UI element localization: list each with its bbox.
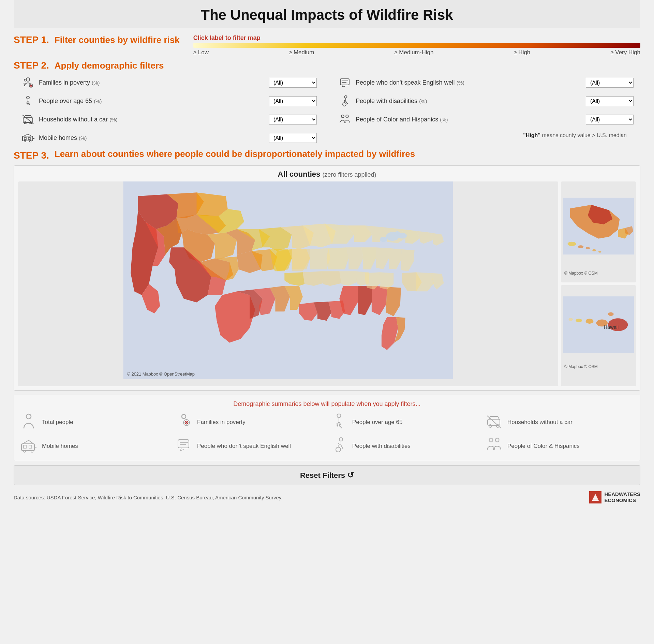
filter-disabilities: People with disabilities (%) (All)HighLo… [337, 93, 634, 108]
poc-summary-label: People of Color & Hispanics [507, 443, 580, 450]
us-map-svg: © 2021 Mapbox © OpenStreetMap [18, 181, 558, 379]
summary-non-english-icon [175, 437, 193, 455]
filter-low[interactable]: ≥ Low [193, 49, 209, 56]
total-people-label: Total people [42, 419, 73, 426]
age65-select[interactable]: (All)HighLow [269, 96, 317, 106]
svg-point-0 [26, 78, 30, 81]
svg-point-85 [495, 438, 499, 442]
svg-rect-74 [29, 445, 32, 448]
map-title: All counties (zero filters applied) [18, 170, 636, 179]
svg-point-82 [336, 447, 341, 452]
filter-medium-high[interactable]: ≥ Medium-High [394, 49, 433, 56]
step2-description: Apply demographic filters [55, 60, 164, 71]
demo-summary-message: Demographic summaries below will populat… [19, 400, 635, 408]
filter-mobile-homes: Mobile homes (%) (All)HighLow [20, 130, 317, 145]
filter-families-poverty: $ Families in poverty (%) (All)HighLow [20, 75, 317, 90]
step2-label: STEP 2. [14, 60, 49, 71]
summary-poc-icon [485, 437, 503, 455]
mobile-homes-label: Mobile homes (%) [39, 134, 266, 142]
svg-line-67 [340, 426, 342, 428]
svg-point-49 [586, 319, 594, 324]
hawaii-credit: © Mapbox © OSM [563, 364, 634, 370]
svg-line-12 [27, 103, 28, 105]
summary-mobile-homes-icon [19, 437, 38, 455]
svg-rect-21 [24, 137, 26, 140]
non-english-icon [337, 75, 352, 90]
summary-non-english: People who don’t speak English well [175, 437, 324, 455]
summary-mobile-homes: Mobile homes [19, 437, 169, 455]
summary-families-poverty-icon [175, 413, 193, 431]
svg-point-55 [182, 414, 186, 419]
step1-label: STEP 1. [14, 34, 49, 45]
svg-point-1 [24, 79, 26, 81]
poc-label: People of Color and Hispanics (%) [356, 116, 582, 123]
filter-bar: Click label to filter map ≥ Low ≥ Medium… [193, 34, 640, 56]
summary-disabilities-icon [330, 437, 348, 455]
filter-very-high[interactable]: ≥ Very High [610, 49, 640, 56]
mobile-homes-summary-label: Mobile homes [42, 443, 78, 450]
reset-icon: ↺ [347, 470, 354, 480]
summary-age65-icon [330, 413, 348, 431]
svg-point-61 [337, 414, 341, 418]
reset-filters-button[interactable]: Reset Filters ↺ [300, 470, 354, 480]
svg-point-50 [576, 319, 582, 322]
filter-high[interactable]: ≥ High [514, 49, 530, 56]
demo-summary-grid: Total people Families in [19, 413, 635, 455]
svg-point-52 [608, 312, 614, 316]
hawaii-map: Hawaii © Mapbox © OSM [561, 285, 636, 386]
reset-label: Reset Filters [300, 471, 345, 480]
brand-icon [589, 491, 601, 503]
svg-point-32 [341, 115, 344, 118]
map-container: © 2021 Mapbox © OpenStreetMap [18, 181, 636, 386]
no-car-select[interactable]: (All)HighLow [269, 115, 317, 125]
no-car-summary-label: Households without a car [507, 419, 573, 426]
mobile-homes-select[interactable]: (All)HighLow [269, 133, 317, 143]
disabilities-icon [337, 93, 352, 108]
svg-point-8 [27, 96, 29, 99]
svg-point-45 [598, 251, 601, 252]
no-car-label: Households without a car (%) [39, 116, 266, 123]
side-maps: © Mapbox © OSM [561, 181, 636, 386]
brand-text: HEADWATERS ECONOMICS [604, 491, 640, 503]
summary-age65: People over age 65 [330, 413, 479, 431]
alaska-map: © Mapbox © OSM [561, 181, 636, 282]
step3-label: STEP 3. [14, 150, 49, 161]
filter-medium[interactable]: ≥ Medium [289, 49, 314, 56]
alaska-credit: © Mapbox © OSM [563, 270, 634, 276]
gradient-bar [193, 43, 640, 48]
disabilities-summary-label: People with disabilities [352, 443, 411, 450]
page-title: The Unequal Impacts of Wildfire Risk [14, 7, 640, 23]
step1-description: Filter counties by wildfire risk [55, 35, 180, 45]
age65-label: People over age 65 (%) [39, 98, 266, 105]
non-english-select[interactable]: (All)HighLow [586, 78, 634, 88]
data-sources: Data sources: USDA Forest Service, Wildf… [14, 495, 282, 500]
filter-non-english: People who don't speak English well (%) … [337, 75, 634, 90]
summary-poc: People of Color & Hispanics [485, 437, 635, 455]
svg-text:$: $ [24, 83, 26, 86]
svg-point-84 [489, 438, 493, 442]
summary-no-car-icon [485, 413, 503, 431]
non-english-label: People who don't speak English well (%) [356, 79, 582, 86]
hawaii-svg: Hawaii [563, 287, 634, 362]
filter-age65: People over age 65 (%) (All)HighLow [20, 93, 317, 108]
summary-no-car: Households without a car [485, 413, 635, 431]
svg-point-42 [578, 245, 584, 248]
svg-point-44 [592, 249, 596, 251]
families-poverty-select[interactable]: (All)HighLow [269, 78, 317, 88]
footer: Data sources: USDA Forest Service, Wildf… [14, 488, 640, 506]
svg-rect-73 [24, 445, 26, 448]
svg-marker-86 [592, 494, 599, 501]
svg-rect-78 [178, 440, 189, 448]
total-people-icon [19, 413, 38, 431]
no-car-icon [20, 112, 35, 127]
svg-point-29 [345, 96, 347, 98]
svg-rect-26 [340, 79, 349, 85]
svg-point-81 [339, 438, 343, 441]
disabilities-label: People with disabilities (%) [356, 98, 582, 105]
poc-select[interactable]: (All)HighLow [586, 115, 634, 125]
svg-point-33 [346, 115, 348, 118]
disabilities-select[interactable]: (All)HighLow [586, 96, 634, 106]
svg-text:Hawaii: Hawaii [604, 324, 619, 330]
svg-text:© 2021 Mapbox  © OpenStreetMap: © 2021 Mapbox © OpenStreetMap [127, 371, 195, 377]
demographic-grid: $ Families in poverty (%) (All)HighLow [14, 75, 640, 145]
